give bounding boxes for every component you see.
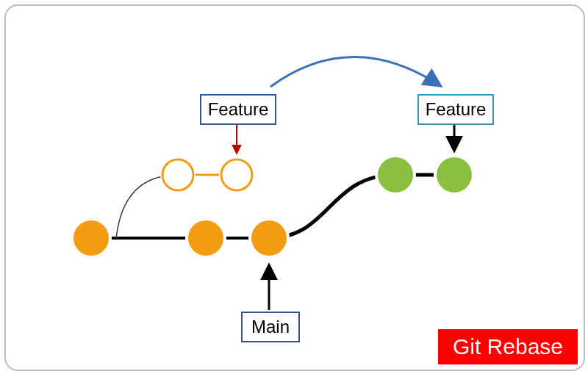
diagram-title-text: Git Rebase (453, 334, 563, 359)
feature-old-label: Feature (200, 94, 276, 125)
rebase-arc (270, 57, 440, 87)
feature-old-text: Feature (208, 99, 269, 120)
diagram-title: Git Rebase (438, 329, 578, 364)
main-text: Main (251, 317, 290, 337)
main-label: Main (241, 312, 300, 342)
feature-new-text: Feature (426, 99, 487, 120)
diagram-frame: Feature Feature Main Git Rebase (4, 4, 585, 371)
feature-new-label: Feature (417, 94, 494, 125)
